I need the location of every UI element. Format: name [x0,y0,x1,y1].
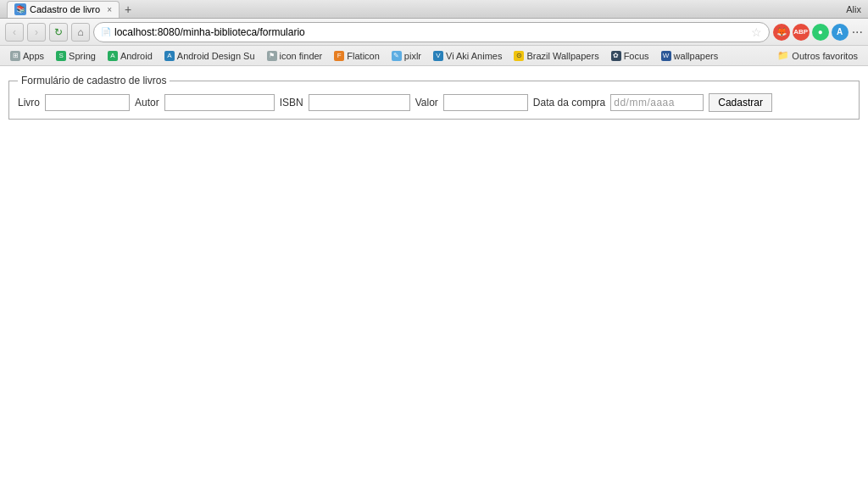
green-addon-icon[interactable]: ● [812,24,829,41]
page-content: Formulário de cadastro de livros Livro A… [0,66,868,479]
bookmark-android-label: Android [120,51,153,61]
bookmark-android-design-label: Android Design Su [177,51,255,61]
isbn-input[interactable] [309,94,410,111]
isbn-label: ISBN [280,97,303,109]
browser-menu-button[interactable]: ··· [852,25,863,40]
bookmarks-bar: ⊞ Apps S Spring A Android A Android Desi… [0,46,868,66]
bookmark-wallpapers[interactable]: W wallpapers [656,49,724,63]
addon-icons: 🦊 ABP ● A [773,24,849,41]
data-input[interactable] [610,94,704,111]
spring-favicon: S [56,51,66,61]
vi-aki-favicon: V [433,51,443,61]
autor-label: Autor [135,97,159,109]
bookmark-icon-finder-label: icon finder [280,51,323,61]
address-bar-container: 📄 ☆ [93,22,770,42]
apps-favicon: ⊞ [10,51,20,61]
bookmark-vi-aki-label: Vi Aki Animes [446,51,502,61]
others-favorites-button[interactable]: 📁 Outros favoritos [772,48,863,63]
form-row: Livro Autor ISBN Valor Data da compra Ca… [18,93,850,112]
bookmark-icon-finder[interactable]: ⚑ icon finder [262,49,328,63]
flaticon-favicon: F [334,51,344,61]
window-controls: Alix [846,4,861,14]
others-favorites-label: Outros favoritos [792,51,858,61]
android-favicon: A [108,51,118,61]
browser-tab[interactable]: 📚 Cadastro de livro × [7,1,120,18]
fieldset-legend: Formulário de cadastro de livros [18,75,170,86]
address-input[interactable] [114,26,748,38]
tab-title: Cadastro de livro [30,4,100,14]
bookmark-pixlr[interactable]: ✎ pixlr [387,49,426,63]
new-tab-button[interactable]: + [125,3,131,16]
adblock-icon[interactable]: ABP [793,24,810,41]
bookmark-spring-label: Spring [69,51,96,61]
cadastrar-button[interactable]: Cadastrar [709,93,772,112]
icon-finder-favicon: ⚑ [267,51,277,61]
focus-favicon: ✿ [611,51,621,61]
bookmark-android[interactable]: A Android [103,49,158,63]
valor-input[interactable] [443,94,528,111]
bookmark-wallpapers-label: wallpapers [674,51,719,61]
bookmark-pixlr-label: pixlr [404,51,421,61]
livro-input[interactable] [45,94,130,111]
bookmark-brazil-label: Brazil Wallpapers [526,51,598,61]
nav-bar: ‹ › ↻ ⌂ 📄 ☆ 🦊 ABP ● A ··· [0,19,868,46]
valor-label: Valor [415,97,438,109]
bookmark-brazil-wallpapers[interactable]: ⊙ Brazil Wallpapers [509,49,604,63]
wallpapers-favicon: W [661,51,671,61]
page-icon: 📄 [101,27,111,36]
home-button[interactable]: ⌂ [71,23,90,42]
bookmark-android-design[interactable]: A Android Design Su [159,49,260,63]
bookmark-apps-label: Apps [23,51,44,61]
bookmark-flaticon[interactable]: F Flaticon [329,49,385,63]
book-registration-fieldset: Formulário de cadastro de livros Livro A… [8,75,860,120]
title-bar-left: 📚 Cadastro de livro × + [7,1,131,18]
firefox-addon-icon[interactable]: 🦊 [773,24,790,41]
livro-label: Livro [18,97,40,109]
bookmark-focus-label: Focus [624,51,649,61]
pixlr-favicon: ✎ [392,51,402,61]
back-button[interactable]: ‹ [5,23,24,42]
bookmark-vi-aki-animes[interactable]: V Vi Aki Animes [428,49,507,63]
brazil-favicon: ⊙ [514,51,524,61]
translate-icon[interactable]: A [832,24,849,41]
tab-close-button[interactable]: × [107,5,112,14]
bookmark-star-button[interactable]: ☆ [751,25,762,39]
autor-input[interactable] [164,94,275,111]
title-bar: 📚 Cadastro de livro × + Alix [0,0,868,19]
bookmark-focus[interactable]: ✿ Focus [606,49,654,63]
android-design-favicon: A [164,51,175,61]
forward-button[interactable]: › [27,23,46,42]
bookmark-apps[interactable]: ⊞ Apps [5,49,49,63]
bookmark-flaticon-label: Flaticon [347,51,380,61]
data-label: Data da compra [533,97,605,109]
tab-favicon: 📚 [14,3,26,15]
folder-icon: 📁 [777,50,789,61]
bookmark-spring[interactable]: S Spring [51,49,101,63]
reload-button[interactable]: ↻ [49,23,68,42]
